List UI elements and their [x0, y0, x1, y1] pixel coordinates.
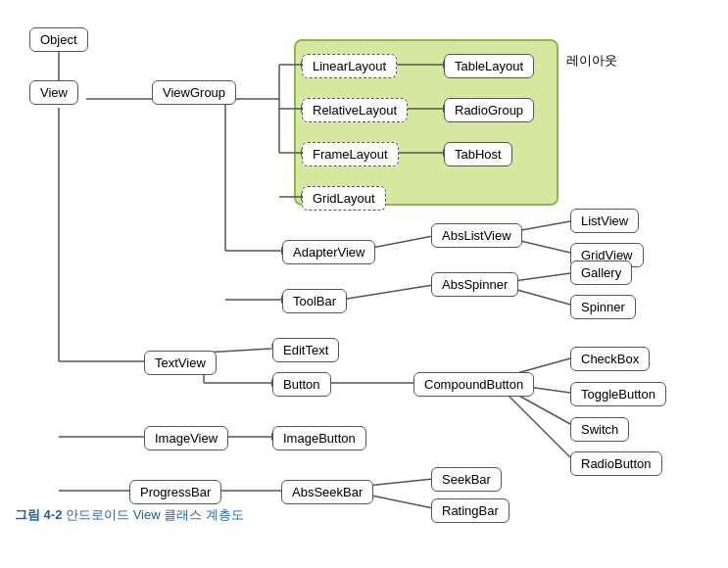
- layout-label: 레이아웃: [566, 52, 617, 70]
- node-relativelayout: RelativeLayout: [302, 98, 408, 122]
- node-button: Button: [272, 372, 331, 397]
- node-object: Object: [29, 27, 88, 52]
- node-framelayout: FrameLayout: [302, 142, 399, 166]
- node-imageview: ImageView: [144, 426, 228, 450]
- node-abslistview: AbsListView: [431, 223, 522, 248]
- node-togglebutton: ToggleButton: [570, 382, 666, 406]
- node-gridlayout: GridLayout: [302, 186, 386, 211]
- diagram-container: 레이아웃: [0, 0, 728, 534]
- node-checkbox: CheckBox: [570, 347, 650, 371]
- node-absseekbar: AbsSeekBar: [281, 480, 373, 504]
- node-seekbar: SeekBar: [431, 467, 502, 492]
- node-toolbar: ToolBar: [282, 289, 347, 313]
- caption: 그림 4-2 안드로이드 View 클래스 계층도: [15, 506, 244, 524]
- node-switch: Switch: [570, 417, 629, 442]
- caption-text: 안드로이드 View 클래스 계층도: [66, 507, 244, 522]
- node-ratingbar: RatingBar: [431, 498, 510, 523]
- node-tabhost: TabHost: [444, 142, 512, 166]
- svg-line-54: [500, 387, 570, 457]
- node-view: View: [29, 80, 78, 105]
- node-gallery: Gallery: [570, 260, 632, 285]
- node-absspinner: AbsSpinner: [431, 272, 518, 297]
- node-listview: ListView: [570, 209, 639, 233]
- node-tablelayout: TableLayout: [444, 54, 534, 78]
- node-compoundbutton: CompoundButton: [413, 372, 534, 397]
- svg-line-28: [341, 285, 433, 300]
- node-textview: TextView: [144, 351, 217, 375]
- node-imagebutton: ImageButton: [272, 426, 366, 450]
- node-radiobutton: RadioButton: [570, 451, 662, 476]
- caption-prefix: 그림 4-2: [15, 507, 66, 522]
- node-progressbar: ProgressBar: [129, 480, 221, 504]
- node-adapterview: AdapterView: [282, 240, 375, 264]
- node-radiogroup: RadioGroup: [444, 98, 534, 122]
- node-linearlayout: LinearLayout: [302, 54, 397, 78]
- node-edittext: EditText: [272, 338, 339, 362]
- node-spinner: Spinner: [570, 295, 636, 319]
- node-viewgroup: ViewGroup: [152, 80, 236, 105]
